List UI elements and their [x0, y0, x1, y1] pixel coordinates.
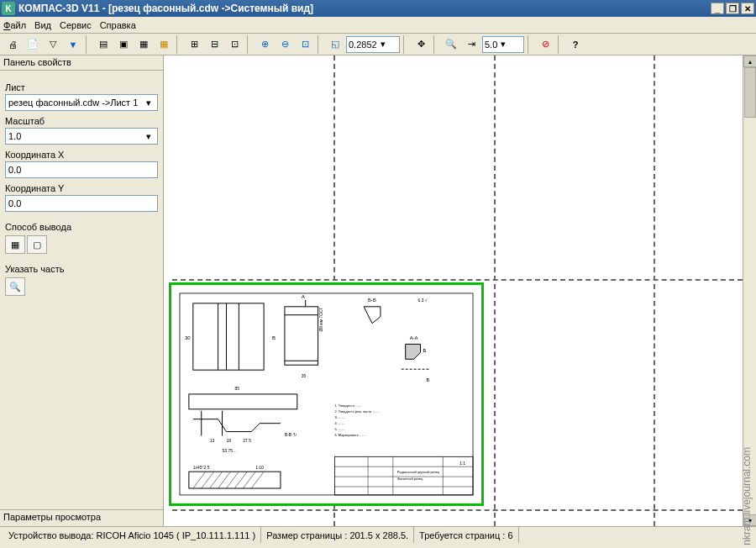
- zoom-fit-icon[interactable]: ⊡: [296, 35, 314, 54]
- technical-drawing: 30 В А Ø8 мм ГОСТ 35 Б-Б 6.3 √ А-А: [176, 290, 476, 498]
- status-pages: Требуется страниц : 6: [414, 527, 518, 543]
- minimize-button[interactable]: _: [711, 3, 724, 14]
- svg-text:35: 35: [302, 374, 307, 378]
- zoom-in-icon[interactable]: ⊕: [255, 35, 274, 54]
- svg-text:27.5: 27.5: [243, 439, 251, 443]
- coordx-input[interactable]: 0.0: [5, 161, 158, 178]
- close-button[interactable]: ✕: [741, 3, 754, 14]
- output-label: Способ вывода: [5, 222, 158, 232]
- coordy-input[interactable]: 0.0: [5, 195, 158, 212]
- chevron-down-icon[interactable]: ▾: [497, 39, 509, 50]
- watermark-text: nkram.livejournal.com: [741, 447, 753, 545]
- sheet-select[interactable]: резец фасонный.cdw ->Лист 1 ▾: [5, 94, 158, 111]
- svg-text:А: А: [302, 294, 305, 299]
- svg-text:Б: Б: [426, 377, 429, 382]
- zoom-combo[interactable]: 0.2852 ▾: [346, 36, 400, 53]
- grid1-icon[interactable]: ⊞: [185, 35, 203, 54]
- svg-text:Ø8 мм ГОСТ: Ø8 мм ГОСТ: [319, 308, 323, 332]
- panel-tab[interactable]: Параметры просмотра: [0, 509, 163, 526]
- svg-line-32: [193, 472, 206, 488]
- svg-rect-31: [189, 472, 281, 488]
- title-bar: K КОМПАС-3D V11 - [резец фасонный.cdw ->…: [0, 0, 756, 17]
- chevron-down-icon[interactable]: ▾: [377, 39, 389, 50]
- svg-rect-20: [189, 394, 297, 409]
- chevron-down-icon[interactable]: ▾: [143, 97, 155, 108]
- svg-line-36: [226, 472, 239, 488]
- svg-text:А-А: А-А: [410, 335, 418, 340]
- output-mode2-button[interactable]: ▢: [27, 235, 47, 254]
- chevron-down-icon[interactable]: ▾: [143, 131, 155, 142]
- step-icon[interactable]: ⇥: [462, 35, 480, 54]
- scroll-up-arrow-icon[interactable]: ▴: [743, 55, 756, 67]
- svg-line-37: [234, 472, 247, 488]
- grid2-icon[interactable]: ⊟: [205, 35, 223, 54]
- scroll-thumb[interactable]: [744, 67, 756, 118]
- coordx-value: 0.0: [8, 165, 21, 175]
- step-combo[interactable]: 5.0 ▾: [482, 36, 524, 53]
- title-text: КОМПАС-3D V11 - [резец фасонный.cdw ->Си…: [18, 3, 313, 14]
- filter2-icon[interactable]: ▼: [64, 35, 82, 54]
- menu-file[interactable]: Файлdocument.currentScript.previousSibli…: [3, 20, 26, 30]
- svg-text:4. ……: 4. ……: [334, 421, 344, 425]
- svg-line-38: [243, 472, 255, 488]
- svg-line-34: [210, 472, 223, 488]
- grid3-icon[interactable]: ⊡: [225, 35, 244, 54]
- app-icon: K: [2, 2, 15, 15]
- side-panel: Панель свойств Лист резец фасонный.cdw -…: [0, 55, 164, 526]
- tile3-icon[interactable]: ▦: [155, 35, 173, 54]
- specify-part-button[interactable]: 🔍: [5, 277, 25, 296]
- svg-rect-1: [193, 303, 264, 370]
- status-bar: Устройство вывода: RICOH Aficio 1045 ( I…: [0, 526, 756, 543]
- zoom-sel-icon[interactable]: ◱: [326, 35, 344, 54]
- svg-text:1. Твердость ……: 1. Твердость ……: [334, 403, 361, 408]
- canvas[interactable]: 30 В А Ø8 мм ГОСТ 35 Б-Б 6.3 √ А-А: [164, 55, 743, 526]
- layers-icon[interactable]: ▤: [94, 35, 113, 54]
- menu-service[interactable]: Сервис: [60, 20, 92, 30]
- svg-line-35: [218, 472, 231, 488]
- print-icon[interactable]: 🖨: [3, 35, 22, 54]
- svg-text:2. Твердость реж. части ……: 2. Твердость реж. части ……: [334, 409, 379, 414]
- toolbar: 🖨 📄 ▽ ▼ ▤ ▣ ▦ ▦ ⊞ ⊟ ⊡ ⊕ ⊖ ⊡ ◱ 0.2852 ▾ ✥…: [0, 34, 756, 55]
- menu-view[interactable]: Вид: [34, 20, 51, 30]
- sheet-value: резец фасонный.cdw ->Лист 1: [8, 97, 138, 108]
- coordx-label: Координата X: [5, 150, 158, 160]
- svg-line-33: [202, 472, 214, 488]
- panel-title: Панель свойств: [0, 55, 163, 71]
- selection-frame[interactable]: 30 В А Ø8 мм ГОСТ 35 Б-Б 6.3 √ А-А: [169, 282, 484, 506]
- status-device: Устройство вывода: RICOH Aficio 1045 ( I…: [3, 527, 261, 543]
- menu-help[interactable]: Справка: [100, 20, 136, 30]
- output-mode1-button[interactable]: ▦: [5, 235, 25, 254]
- svg-text:В-В ↻: В-В ↻: [285, 433, 297, 437]
- scale-label: Масштаб: [5, 116, 158, 126]
- step-value: 5.0: [485, 40, 497, 50]
- sheet-label: Лист: [5, 82, 158, 92]
- tile1-icon[interactable]: ▣: [114, 35, 133, 54]
- zoom2-icon[interactable]: 🔍: [442, 35, 460, 54]
- svg-text:1:1: 1:1: [459, 461, 465, 466]
- svg-text:3. ……: 3. ……: [334, 415, 344, 419]
- svg-text:6.3 √: 6.3 √: [418, 298, 428, 303]
- svg-text:1:10: 1:10: [255, 466, 264, 470]
- scale-input[interactable]: 1.0 ▾: [5, 128, 158, 145]
- svg-text:1x45°2.5: 1x45°2.5: [193, 466, 210, 470]
- zoom-out-icon[interactable]: ⊖: [276, 35, 294, 54]
- maximize-button[interactable]: ❐: [726, 3, 739, 14]
- pan-icon[interactable]: ✥: [412, 35, 430, 54]
- zoom-value: 0.2852: [349, 40, 377, 50]
- svg-text:Фасонный резец: Фасонный резец: [397, 477, 423, 481]
- svg-text:Радиальный круглый резец: Радиальный круглый резец: [397, 470, 440, 474]
- stop-icon[interactable]: ⊘: [536, 35, 554, 54]
- svg-text:18: 18: [226, 439, 231, 443]
- filter-icon[interactable]: ▽: [44, 35, 62, 54]
- help-icon[interactable]: ?: [566, 35, 585, 54]
- coordy-label: Координата Y: [5, 183, 158, 193]
- svg-text:6. Маркировать ……: 6. Маркировать ……: [334, 433, 366, 437]
- tile2-icon[interactable]: ▦: [134, 35, 153, 54]
- svg-rect-46: [334, 456, 473, 495]
- svg-text:53.75…: 53.75…: [223, 449, 237, 453]
- preview-icon[interactable]: 📄: [24, 35, 42, 54]
- status-pagesize: Размер страницы : 201.5 x 288.5.: [261, 527, 414, 543]
- svg-text:Б: Б: [423, 348, 427, 353]
- viewport[interactable]: 30 В А Ø8 мм ГОСТ 35 Б-Б 6.3 √ А-А: [164, 55, 756, 526]
- scale-value: 1.0: [8, 131, 21, 141]
